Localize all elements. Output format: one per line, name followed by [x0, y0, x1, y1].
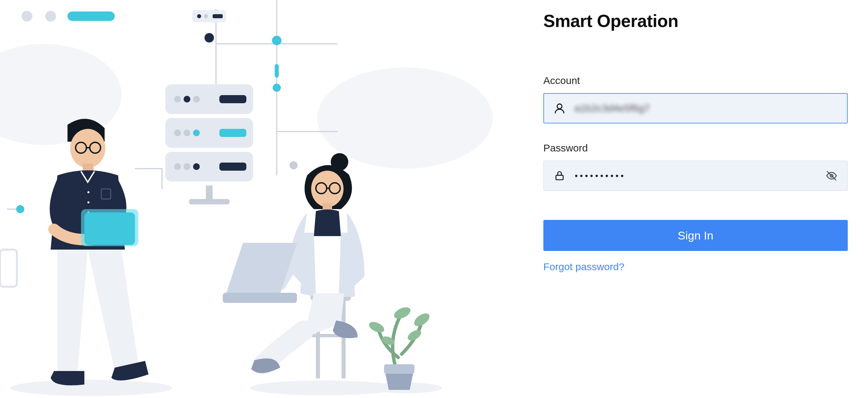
account-label: Account: [543, 75, 848, 86]
login-panel: Smart Operation Account a1b2c3d4e5f6g7 P…: [506, 0, 868, 398]
svg-point-2: [22, 11, 32, 22]
svg-point-25: [193, 130, 200, 136]
svg-point-6: [272, 36, 281, 45]
svg-rect-64: [556, 175, 563, 180]
sign-in-button[interactable]: Sign In: [543, 220, 848, 251]
svg-point-24: [184, 130, 190, 136]
svg-rect-45: [84, 212, 135, 245]
svg-rect-30: [219, 163, 246, 171]
password-input[interactable]: ••••••••••: [543, 161, 848, 191]
account-redaction: a1b2c3d4e5f6g7: [574, 103, 650, 114]
svg-point-14: [204, 14, 208, 18]
svg-rect-26: [219, 129, 246, 137]
svg-rect-22: [219, 95, 246, 103]
svg-rect-62: [0, 250, 17, 287]
svg-point-56: [392, 305, 412, 321]
svg-point-3: [45, 11, 56, 22]
svg-point-63: [557, 104, 562, 109]
svg-rect-31: [206, 186, 213, 199]
svg-point-27: [174, 163, 181, 170]
svg-point-40: [87, 191, 89, 193]
eye-off-icon[interactable]: [825, 169, 838, 182]
svg-point-10: [290, 161, 298, 169]
svg-rect-4: [67, 11, 115, 21]
svg-point-19: [174, 96, 181, 103]
svg-point-20: [184, 96, 190, 103]
svg-rect-61: [384, 364, 414, 374]
svg-rect-55: [223, 293, 297, 303]
svg-point-57: [368, 320, 386, 335]
svg-point-9: [205, 33, 214, 42]
forgot-password-link[interactable]: Forgot password?: [543, 261, 624, 272]
svg-point-29: [193, 163, 200, 170]
app-title: Smart Operation: [543, 11, 848, 31]
svg-rect-7: [275, 64, 279, 78]
svg-point-8: [273, 84, 281, 92]
svg-point-21: [193, 96, 200, 103]
svg-point-1: [317, 67, 493, 169]
svg-point-13: [197, 14, 201, 18]
user-icon: [553, 102, 566, 115]
svg-rect-15: [213, 14, 223, 18]
password-label: Password: [543, 142, 848, 154]
login-illustration: [0, 0, 506, 398]
svg-rect-48: [342, 301, 346, 378]
svg-point-28: [184, 163, 190, 170]
lock-icon: [553, 169, 566, 182]
svg-point-33: [10, 380, 172, 396]
svg-rect-32: [189, 199, 229, 204]
svg-point-11: [16, 205, 24, 213]
svg-point-23: [174, 130, 181, 136]
svg-rect-54: [323, 203, 332, 210]
svg-point-41: [87, 201, 89, 203]
